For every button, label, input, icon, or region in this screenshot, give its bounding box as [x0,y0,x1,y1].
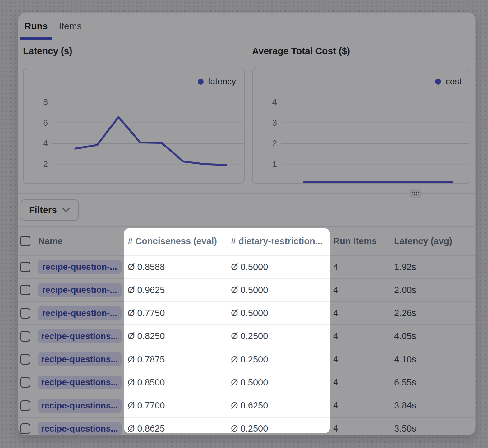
column-header-name[interactable]: Name [38,236,124,246]
run-items-cell: 4 [330,262,390,272]
table-row[interactable]: recipe-question-... Ø 0.7750 Ø 0.5000 4 … [18,301,475,324]
dietary-cell: Ø 0.2500 [227,423,330,434]
run-items-cell: 4 [330,308,390,318]
dietary-cell: Ø 0.5000 [227,308,330,318]
y-axis-tick-label: 2 [24,158,48,171]
latency-cell: 6.55s [390,377,475,388]
table-row[interactable]: recipe-questions... Ø 0.7700 Ø 0.6250 4 … [18,394,475,417]
conciseness-cell: Ø 0.8588 [124,262,227,272]
latency-cell: 2.26s [390,308,475,318]
column-header-dietary-restriction[interactable]: # dietary-restriction... [227,236,330,246]
latency-chart-card: 2468 latency [23,68,245,184]
tab-runs-label: Runs [25,21,48,31]
y-axis-tick-label: 1 [253,158,277,171]
select-all-checkbox[interactable] [20,236,30,246]
cost-legend-label: cost [446,77,462,86]
table-row[interactable]: recipe-question-... Ø 0.8588 Ø 0.5000 4 … [18,255,475,278]
charts-section-divider [18,193,475,194]
active-tab-underline [20,37,52,40]
y-axis-tick-label: 8 [24,96,48,109]
run-items-cell: 4 [330,354,390,365]
run-name-badge[interactable]: recipe-question-... [38,260,122,274]
dietary-cell: Ø 0.2500 [227,354,330,365]
dietary-cell: Ø 0.5000 [227,377,330,388]
runs-table: Name # Conciseness (eval) # dietary-rest… [18,226,475,435]
run-name-badge[interactable]: recipe-questions... [38,422,122,435]
dietary-cell: Ø 0.6250 [227,400,330,411]
run-name-badge[interactable]: recipe-questions... [38,399,122,413]
run-name-badge[interactable]: recipe-question-... [38,283,122,297]
run-items-cell: 4 [330,331,390,341]
cost-chart-card: 1234 cost [252,68,470,184]
row-checkbox[interactable] [20,262,30,272]
conciseness-cell: Ø 0.8500 [124,377,227,388]
conciseness-cell: Ø 0.8625 [124,423,227,434]
row-checkbox[interactable] [20,354,30,365]
row-checkbox[interactable] [20,423,30,434]
latency-cell: 4.10s [390,354,475,365]
conciseness-cell: Ø 0.8250 [124,331,227,341]
latency-cell: 3.50s [390,423,475,434]
latency-cell: 3.84s [390,400,475,411]
table-row[interactable]: recipe-questions... Ø 0.8625 Ø 0.2500 4 … [18,417,475,435]
dietary-cell: Ø 0.5000 [227,285,330,295]
latency-cell: 2.00s [390,285,475,295]
latency-cell: 4.05s [390,331,475,341]
y-axis-tick-label: 4 [24,137,48,150]
run-items-cell: 4 [330,377,390,388]
runs-panel: Runs Items Latency (s) Average Total Cos… [18,12,476,435]
run-name-badge[interactable]: recipe-question-... [38,306,122,320]
cost-legend: cost [435,77,462,86]
column-header-latency-avg[interactable]: Latency (avg) [390,236,475,246]
run-name-badge[interactable]: recipe-questions... [38,329,122,343]
tab-items-label: Items [59,21,81,31]
tab-runs[interactable]: Runs [20,13,52,40]
cost-chart-title: Average Total Cost ($) [252,46,350,56]
tab-bar: Runs Items [18,13,475,40]
row-checkbox[interactable] [20,331,30,342]
y-axis-tick-label: 2 [253,137,277,150]
row-checkbox[interactable] [20,377,30,388]
run-items-cell: 4 [330,423,390,434]
table-row[interactable]: recipe-questions... Ø 0.7875 Ø 0.2500 4 … [18,348,475,371]
table-header-row: Name # Conciseness (eval) # dietary-rest… [18,227,475,255]
conciseness-cell: Ø 0.7700 [124,400,227,411]
column-header-conciseness[interactable]: # Conciseness (eval) [124,236,227,246]
run-name-badge[interactable]: recipe-questions... [38,352,122,366]
dietary-cell: Ø 0.2500 [227,331,330,341]
row-checkbox[interactable] [20,400,30,411]
table-row[interactable]: recipe-question-... Ø 0.9625 Ø 0.5000 4 … [18,278,475,301]
chevron-down-icon [62,207,71,213]
table-row[interactable]: recipe-questions... Ø 0.8500 Ø 0.5000 4 … [18,371,475,394]
run-items-cell: 4 [330,285,390,295]
run-items-cell: 4 [330,400,390,411]
row-checkbox[interactable] [20,285,30,295]
legend-dot-icon [435,79,441,85]
conciseness-cell: Ø 0.9625 [124,285,227,295]
filters-button-label: Filters [29,205,57,215]
drag-handle-icon[interactable] [410,189,421,198]
y-axis-tick-label: 4 [253,96,277,109]
latency-cell: 1.92s [390,262,475,272]
table-row[interactable]: recipe-questions... Ø 0.8250 Ø 0.2500 4 … [18,324,475,348]
latency-legend-label: latency [208,77,236,86]
dietary-cell: Ø 0.5000 [227,262,330,272]
row-checkbox[interactable] [20,308,30,319]
conciseness-cell: Ø 0.7750 [124,308,227,318]
run-name-badge[interactable]: recipe-questions... [38,376,122,389]
conciseness-cell: Ø 0.7875 [124,354,227,365]
latency-chart-title: Latency (s) [23,46,72,56]
legend-dot-icon [198,79,204,85]
y-axis-tick-label: 6 [24,116,48,129]
column-header-run-items[interactable]: Run Items [330,236,390,246]
tab-items[interactable]: Items [58,13,83,40]
y-axis-tick-label: 3 [253,116,277,129]
header-checkbox-cell [18,236,38,246]
latency-legend: latency [198,77,236,86]
filters-button[interactable]: Filters [21,199,79,221]
